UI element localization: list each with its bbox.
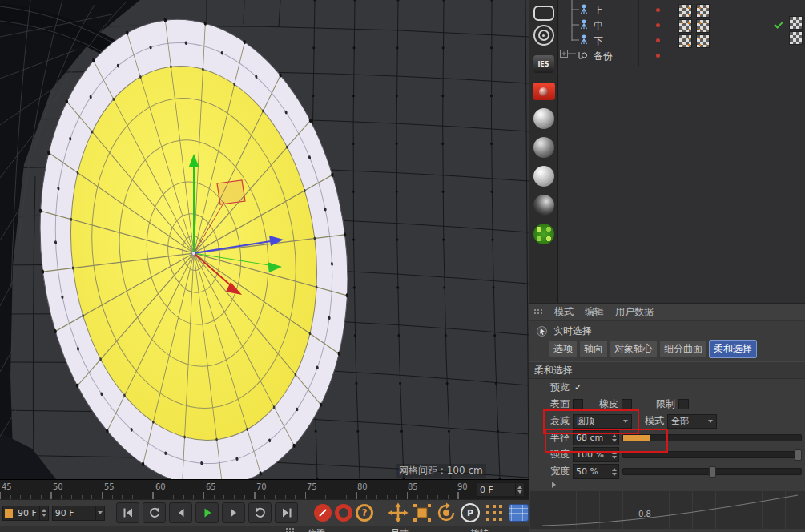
- goto-start-button[interactable]: [116, 502, 139, 523]
- material-sphere-1[interactable]: [529, 108, 557, 129]
- move-tool-button[interactable]: [388, 502, 409, 523]
- radius-field[interactable]: 68 cm: [573, 430, 619, 445]
- object-row-middle[interactable]: 中: [558, 18, 805, 33]
- layer-dot[interactable]: [656, 54, 660, 58]
- preview-checkbox[interactable]: ✓: [573, 382, 583, 393]
- width-slider-handle[interactable]: [709, 466, 716, 478]
- panel-grip-icon[interactable]: [533, 308, 543, 316]
- strength-spinner[interactable]: [610, 448, 618, 461]
- frame-start-field[interactable]: 90 F: [2, 506, 49, 521]
- coordinates-bar: 位置 尺寸 旋转: [0, 526, 529, 532]
- curve-disclosure[interactable]: [529, 480, 805, 490]
- texture-tag-icon[interactable]: [696, 4, 710, 18]
- falloff-dropdown[interactable]: 圆顶: [573, 414, 632, 429]
- ruler-tick: 85: [408, 482, 418, 491]
- layer-dot[interactable]: [656, 38, 660, 42]
- strength-slider[interactable]: [622, 451, 802, 458]
- play-backward-loop-button[interactable]: [143, 502, 166, 523]
- texture-tag-icon[interactable]: [696, 19, 710, 33]
- area-light-button[interactable]: [529, 6, 557, 21]
- object-label[interactable]: 下: [594, 34, 603, 48]
- ies-light-button[interactable]: IES: [529, 55, 557, 73]
- object-row-bottom[interactable]: 下: [558, 33, 805, 48]
- falloff-curve-editor[interactable]: 0.8: [529, 490, 805, 529]
- texture-tag-icon[interactable]: [678, 4, 692, 18]
- rubber-checkbox[interactable]: [622, 399, 632, 409]
- tab-subdivision-surface[interactable]: 细分曲面: [659, 340, 707, 358]
- record-slash-icon: [319, 509, 327, 517]
- frame-start-spinner[interactable]: [39, 506, 48, 520]
- object-row-top[interactable]: 上: [558, 2, 805, 18]
- frame-end-field[interactable]: 90 F: [52, 506, 105, 521]
- current-frame-field[interactable]: 0 F: [477, 482, 525, 497]
- tab-object-axis[interactable]: 对象轴心: [610, 340, 658, 358]
- texture-tag-icon[interactable]: [678, 34, 692, 48]
- layer-dot[interactable]: [656, 8, 660, 12]
- width-field[interactable]: 50 %: [573, 464, 619, 479]
- texture-tag-icon[interactable]: [678, 19, 692, 33]
- material-sphere-4[interactable]: [529, 195, 557, 216]
- snap-settings-button[interactable]: [484, 502, 505, 523]
- spot-light-button[interactable]: [529, 25, 557, 46]
- surface-checkbox[interactable]: [573, 399, 583, 409]
- keyframe-help-button[interactable]: ?: [356, 504, 373, 522]
- ruler-tick: 75: [307, 482, 317, 491]
- goto-end-button[interactable]: [275, 502, 298, 523]
- p-circle-icon: P: [461, 503, 480, 522]
- parametric-tool-button[interactable]: P: [460, 502, 481, 523]
- ruler-major-ticks: [0, 492, 468, 499]
- object-label[interactable]: 备份: [594, 50, 613, 63]
- limit-checkbox[interactable]: [678, 399, 689, 409]
- panel-grip-icon[interactable]: [285, 527, 295, 532]
- menu-userdata[interactable]: 用户数据: [615, 305, 654, 319]
- material-sphere-icon: [533, 108, 554, 129]
- autokey-ring-button[interactable]: [335, 504, 352, 522]
- previous-frame-button[interactable]: [169, 502, 192, 523]
- plane-handle[interactable]: [217, 180, 245, 204]
- app-window: 网格间距 : 100 cm 45 50 55 60 65 70 75 80 85…: [0, 0, 805, 532]
- object-label[interactable]: 中: [594, 19, 603, 33]
- next-frame-button[interactable]: [222, 502, 245, 523]
- scale-tool-button[interactable]: [412, 502, 433, 523]
- frame-end-dropdown[interactable]: [95, 506, 104, 520]
- soft-selection-section-header[interactable]: 柔和选择: [529, 361, 805, 379]
- vegetation-button[interactable]: [529, 224, 557, 244]
- viewport-canvas[interactable]: [0, 0, 529, 479]
- frame-spinner[interactable]: [515, 483, 524, 496]
- viewport-3d[interactable]: 网格间距 : 100 cm: [0, 0, 529, 479]
- rotate-tool-button[interactable]: [436, 502, 457, 523]
- tab-soft-selection[interactable]: 柔和选择: [709, 340, 757, 358]
- tab-options[interactable]: 选项: [549, 340, 578, 358]
- strength-slider-handle[interactable]: [795, 449, 802, 461]
- record-keyframe-button[interactable]: [314, 504, 332, 522]
- tab-axis[interactable]: 轴向: [579, 340, 608, 358]
- object-row-backup[interactable]: 备份: [558, 48, 805, 63]
- material-sphere-2[interactable]: [529, 137, 557, 158]
- texture-tag-icon[interactable]: [696, 34, 710, 48]
- width-slider[interactable]: [622, 468, 802, 475]
- texture-tag-icon[interactable]: [789, 31, 803, 45]
- radius-slider[interactable]: [622, 434, 802, 441]
- play-forward-loop-button[interactable]: [248, 502, 272, 523]
- width-spinner[interactable]: [610, 465, 618, 478]
- object-label[interactable]: 上: [594, 4, 603, 18]
- layer-dot[interactable]: [656, 23, 660, 27]
- radius-spinner[interactable]: [610, 431, 618, 445]
- workplane-button[interactable]: [508, 502, 529, 523]
- mode-dropdown[interactable]: 全部: [667, 414, 717, 429]
- timeline-ruler[interactable]: 45 50 55 60 65 70 75 80 85 90 0 F: [0, 479, 529, 500]
- play-button[interactable]: [195, 502, 219, 523]
- radius-slider-fill: [623, 435, 650, 441]
- camera-button[interactable]: [529, 83, 557, 100]
- menu-edit[interactable]: 编辑: [585, 305, 604, 319]
- strength-field[interactable]: 100 %: [573, 447, 619, 462]
- camera-icon: [533, 83, 555, 100]
- scale-icon: [412, 502, 433, 523]
- gizmo-center[interactable]: [192, 252, 195, 255]
- menu-mode[interactable]: 模式: [554, 305, 574, 319]
- mode-value: 全部: [671, 415, 703, 427]
- material-sphere-3[interactable]: [529, 166, 557, 187]
- texture-tag-icon[interactable]: [789, 16, 803, 30]
- width-row: 宽度 50 %: [529, 463, 805, 480]
- attribute-manager: 模式 编辑 用户数据 实时选择 选项 轴向 对象轴心 细分曲面 柔和选择 柔和选…: [529, 303, 805, 532]
